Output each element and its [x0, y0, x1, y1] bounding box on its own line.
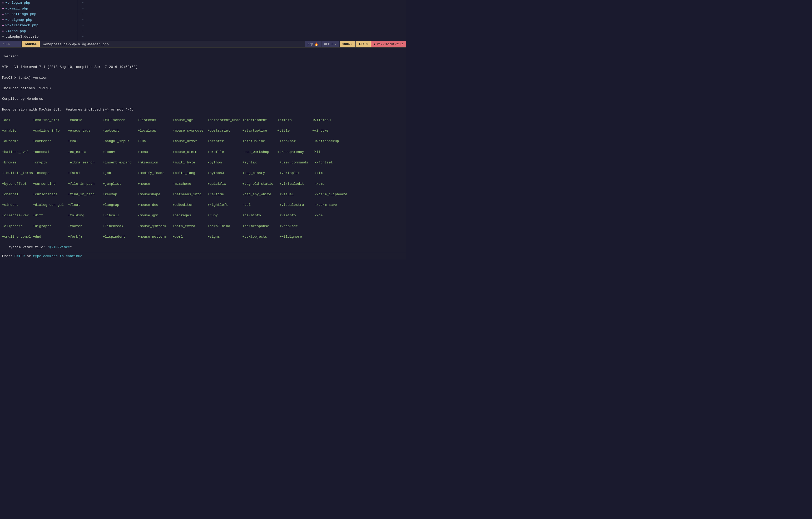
tree-item-xmlrpc[interactable]: ◆ xmlrpc.php	[0, 28, 78, 34]
status-nerd: NERD	[0, 41, 21, 48]
or-label: or	[27, 254, 31, 258]
right-tilde-7: ~	[80, 34, 406, 40]
list-icon: ≡	[2, 40, 4, 41]
left-panel: ◆ wp-login.php ◆ wp-mail.php ◆ wp-settin…	[0, 0, 78, 41]
press-label: Press	[2, 254, 12, 258]
tree-item-wp-trackback[interactable]: ◆ wp-trackback.php	[0, 23, 78, 28]
line-feat-11: +clipboard +digraphs -footer +linebreak …	[2, 224, 404, 229]
php-icon: ◆	[2, 12, 4, 17]
line-feat-10: +clientserver +diff +folding +libcall -m…	[2, 213, 404, 218]
list-icon: ≡	[2, 34, 4, 39]
tree-item-wp-mail[interactable]: ◆ wp-mail.php	[0, 6, 78, 11]
tree-item-wp-signup[interactable]: ◆ wp-signup.php	[0, 17, 78, 23]
right-tilde-9: ~	[80, 45, 406, 51]
status-mode: NORMAL	[22, 41, 40, 48]
line-feat-2: +arabic +cmdline_info +emacs_tags -gette…	[2, 128, 404, 133]
line-feat-9: +cindent +dialog_con_gui +float +langmap…	[2, 203, 404, 208]
line-macos: MacOS X (unix) version	[2, 75, 404, 81]
tree-item-wp-login[interactable]: ◆ wp-login.php	[0, 0, 78, 6]
line-vim-version: VIM - Vi IMproved 7.4 (2013 Aug 10, comp…	[2, 64, 404, 70]
terminal: ◆ wp-login.php ◆ wp-mail.php ◆ wp-settin…	[0, 0, 406, 260]
tree-item-vagrantfile[interactable]: ≡ Vagrantfile	[0, 40, 78, 41]
right-tilde-2: ~	[80, 6, 406, 11]
php-icon: ◆	[2, 1, 4, 5]
right-tilde-3: ~	[80, 11, 406, 17]
main-content: :version VIM - Vi IMproved 7.4 (2013 Aug…	[0, 48, 406, 253]
enter-key: ENTER	[14, 254, 27, 258]
tree-item-wp-settings[interactable]: ◆ wp-settings.php	[0, 11, 78, 17]
line-patches: Included patches: 1-1707	[2, 86, 404, 91]
line-huge: Huge version with MacVim GUI. Features i…	[2, 107, 404, 112]
line-feat-7: +byte_offset +cursorbind +file_in_path +…	[2, 181, 404, 187]
bottom-bar: Press ENTER or type command to continue	[0, 253, 406, 260]
right-panel-top: ~ ~ ~ ~ ~ ~ ~ ~ ~	[78, 0, 406, 41]
line-version-cmd: :version	[2, 54, 404, 59]
line-feat-1: +acl +cmdline_hist -ebcdic +fullscreen +…	[2, 118, 404, 123]
line-feat-4: +balloon_eval +conceal +ex_extra +iconv …	[2, 150, 404, 155]
php-icon: ◆	[2, 24, 4, 28]
right-tilde-1: ~	[80, 0, 406, 6]
line-feat-8: +channel +cursorshape +find_in_path +key…	[2, 192, 404, 197]
line-feat-3: +autocmd +comments +eval -hangul_input +…	[2, 139, 404, 144]
type-command: type command to continue	[33, 254, 82, 258]
php-icon: ◆	[2, 29, 4, 33]
line-feat-6: ++builtin_terms +cscope +farsi +job +mod…	[2, 171, 404, 176]
right-tilde-4: ~	[80, 17, 406, 23]
php-icon: ◆	[2, 18, 4, 22]
tree-item-cakephp[interactable]: ≡ cakephp3.dev.zip	[0, 34, 78, 40]
file-tree-area: ◆ wp-login.php ◆ wp-mail.php ◆ wp-settin…	[0, 0, 406, 41]
line-compiled: Compiled by Homebrew	[2, 96, 404, 101]
right-tilde-8: ~	[80, 40, 406, 45]
line-feat-12: +cmdline_compl +dnd +fork() +lispindent …	[2, 234, 404, 240]
line-vimrc-sys: system vimrc file: "$VIM/vimrc"	[2, 245, 404, 250]
right-tilde-5: ~	[80, 23, 406, 28]
right-tilde-6: ~	[80, 28, 406, 34]
bottom-prompt: Press ENTER or type command to continue	[2, 254, 82, 258]
php-icon: ◆	[2, 6, 4, 11]
line-feat-5: +browse +cryptv +extra_search +insert_ex…	[2, 160, 404, 165]
